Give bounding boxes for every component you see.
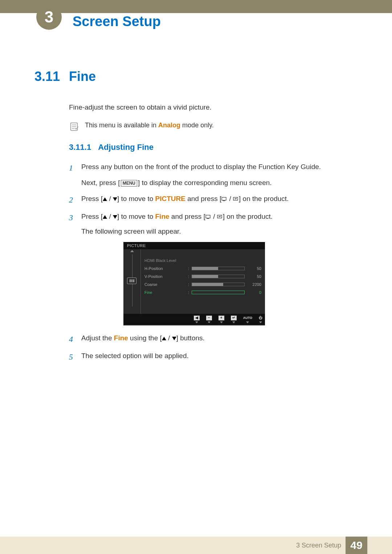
step-1: 1 Press any button on the front of the p… bbox=[69, 161, 354, 189]
note-highlight: Analog bbox=[158, 122, 180, 129]
osd-row: V-Position:50 bbox=[144, 272, 261, 280]
osd-value: 2200 bbox=[248, 282, 261, 287]
osd-row-label: V-Position bbox=[144, 274, 188, 279]
osd-body: HDMI Black LevelH-Position:50V-Position:… bbox=[123, 249, 265, 314]
step-4: 4 Adjust the Fine using the [ / ] button… bbox=[69, 333, 354, 345]
note-prefix: This menu is available in bbox=[85, 122, 158, 129]
osd-plus-button: + bbox=[219, 316, 224, 323]
osd-menu-screenshot: PICTURE HDMI Black LevelH-Position:50V-P… bbox=[123, 242, 265, 325]
text: ] to display the corresponding menu scre… bbox=[138, 179, 272, 186]
text: ] on the product. bbox=[223, 213, 273, 220]
note-icon bbox=[69, 122, 79, 132]
osd-row: HDMI Black Level bbox=[144, 257, 261, 264]
osd-row-label: H-Position bbox=[144, 266, 188, 271]
page-content: 3.11 Fine Fine-adjust the screen to obta… bbox=[34, 69, 354, 369]
step3-line2: The following screen will appear. bbox=[81, 226, 354, 237]
step1-line2: Next, press [MENU] to display the corres… bbox=[81, 177, 354, 188]
osd-value: 50 bbox=[248, 274, 261, 279]
osd-slider bbox=[192, 267, 245, 270]
osd-back-button: ◀ bbox=[194, 316, 200, 323]
colon: : bbox=[188, 282, 192, 287]
triangle-down-icon bbox=[113, 215, 117, 219]
text: and press [ bbox=[170, 213, 205, 220]
osd-enter-button: ↵ bbox=[231, 316, 237, 323]
text: Press [ bbox=[81, 213, 103, 220]
triangle-up-icon bbox=[162, 337, 166, 340]
text: ] to move to bbox=[117, 213, 155, 220]
osd-rows: HDMI Black LevelH-Position:50V-Position:… bbox=[141, 249, 265, 314]
triangle-down-icon bbox=[113, 197, 117, 201]
osd-footer: ◀ − + ↵ AUTO ⏻ bbox=[123, 314, 265, 325]
subsection-title: Adjusting Fine bbox=[98, 143, 154, 152]
svg-rect-5 bbox=[223, 201, 225, 201]
scroll-up-icon bbox=[130, 250, 134, 252]
text: ] buttons. bbox=[176, 334, 205, 342]
osd-slider bbox=[192, 283, 245, 286]
svg-rect-4 bbox=[222, 197, 226, 200]
section-number: 3.11 bbox=[34, 69, 69, 84]
chapter-number-badge: 3 bbox=[36, 4, 62, 30]
osd-sidebar bbox=[123, 249, 141, 314]
step1-line1: Press any button on the front of the pro… bbox=[81, 161, 354, 172]
step-body: Press [ / ] to move to PICTURE and press… bbox=[81, 193, 354, 204]
page-footer: 3 Screen Setup 49 bbox=[0, 537, 392, 554]
text: ] on the product. bbox=[239, 195, 289, 202]
text: Adjust the bbox=[81, 334, 114, 342]
osd-row: Fine:0 bbox=[144, 288, 261, 296]
osd-row-label: Coarse bbox=[144, 282, 188, 287]
triangle-down-icon bbox=[172, 337, 176, 340]
osd-row: Coarse:2200 bbox=[144, 280, 261, 288]
highlight: Fine bbox=[155, 213, 170, 220]
colon: : bbox=[188, 290, 192, 295]
colon: : bbox=[188, 274, 192, 279]
source-enter-icon: / bbox=[205, 213, 223, 220]
page-number: 49 bbox=[346, 537, 367, 554]
menu-button-icon: MENU bbox=[121, 180, 137, 186]
triangle-up-icon bbox=[103, 197, 107, 201]
osd-slider bbox=[192, 275, 245, 278]
footer-chapter-label: 3 Screen Setup bbox=[296, 542, 341, 549]
osd-row-label: HDMI Black Level bbox=[144, 258, 188, 263]
colon: : bbox=[188, 266, 192, 271]
osd-value: 50 bbox=[248, 266, 261, 271]
svg-rect-7 bbox=[206, 215, 210, 218]
step-body: Press [ / ] to move to Fine and press [ … bbox=[81, 211, 354, 237]
highlight: PICTURE bbox=[155, 195, 185, 202]
note-suffix: mode only. bbox=[180, 122, 214, 129]
text: Press [ bbox=[81, 195, 103, 202]
text: ] to move to bbox=[117, 195, 155, 202]
note-text: This menu is available in Analog mode on… bbox=[85, 122, 214, 129]
step-number: 2 bbox=[69, 193, 81, 206]
osd-title: PICTURE bbox=[123, 242, 265, 249]
step-number: 3 bbox=[69, 211, 81, 224]
text: Next, press [ bbox=[81, 179, 120, 186]
osd-power-button: ⏻ bbox=[259, 316, 262, 323]
osd-row: H-Position:50 bbox=[144, 264, 261, 272]
section-title: Fine bbox=[69, 69, 96, 84]
source-enter-icon: / bbox=[221, 195, 239, 202]
step-number: 1 bbox=[69, 161, 81, 174]
subsection-number: 3.11.1 bbox=[69, 143, 91, 152]
osd-slider bbox=[192, 291, 245, 294]
text: and press [ bbox=[185, 195, 221, 202]
step-body: The selected option will be applied. bbox=[81, 350, 354, 361]
svg-rect-8 bbox=[207, 218, 209, 219]
text: using the [ bbox=[128, 334, 162, 342]
step-body: Press any button on the front of the pro… bbox=[81, 161, 354, 189]
step-number: 5 bbox=[69, 350, 81, 363]
picture-category-icon bbox=[127, 278, 136, 284]
section-heading: 3.11 Fine bbox=[34, 69, 354, 84]
step-body: Adjust the Fine using the [ / ] buttons. bbox=[81, 333, 354, 344]
chapter-title: Screen Setup bbox=[73, 14, 161, 29]
osd-row-label: Fine bbox=[144, 290, 188, 295]
osd-value: 0 bbox=[248, 290, 261, 295]
step-5: 5 The selected option will be applied. bbox=[69, 350, 354, 363]
subsection-heading: 3.11.1 Adjusting Fine bbox=[69, 143, 354, 152]
step-2: 2 Press [ / ] to move to PICTURE and pre… bbox=[69, 193, 354, 206]
step-3: 3 Press [ / ] to move to Fine and press … bbox=[69, 211, 354, 237]
section-intro: Fine-adjust the screen to obtain a vivid… bbox=[69, 102, 354, 113]
highlight: Fine bbox=[114, 334, 128, 342]
step-number: 4 bbox=[69, 333, 81, 345]
osd-auto-button: AUTO bbox=[243, 316, 252, 323]
osd-minus-button: − bbox=[206, 316, 212, 323]
